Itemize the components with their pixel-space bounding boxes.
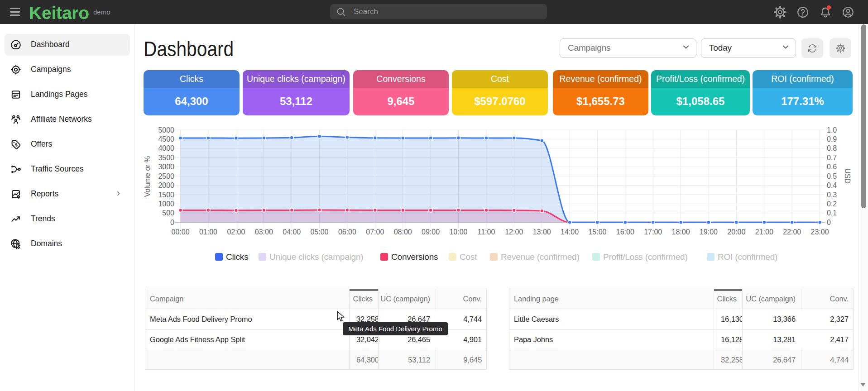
svg-text:09:00: 09:00 — [422, 228, 440, 236]
svg-text:18:00: 18:00 — [672, 228, 690, 236]
svg-text:07:00: 07:00 — [366, 228, 384, 236]
svg-text:0.2: 0.2 — [827, 200, 837, 208]
svg-text:11:00: 11:00 — [477, 228, 495, 236]
svg-text:1500: 1500 — [158, 191, 174, 199]
svg-text:3000: 3000 — [158, 163, 174, 171]
svg-text:14:00: 14:00 — [561, 228, 579, 236]
svg-text:08:00: 08:00 — [394, 228, 412, 236]
svg-text:3500: 3500 — [158, 154, 174, 162]
svg-text:2000: 2000 — [158, 181, 174, 189]
svg-text:0.6: 0.6 — [827, 163, 837, 171]
svg-text:22:00: 22:00 — [783, 228, 801, 236]
svg-text:01:00: 01:00 — [199, 228, 217, 236]
svg-text:Volume or %: Volume or % — [144, 156, 151, 197]
svg-text:0: 0 — [170, 219, 174, 226]
svg-text:06:00: 06:00 — [338, 228, 356, 236]
svg-text:4500: 4500 — [158, 135, 174, 143]
svg-text:0.7: 0.7 — [827, 154, 837, 162]
svg-text:12:00: 12:00 — [505, 228, 523, 236]
svg-text:5000: 5000 — [158, 126, 174, 134]
svg-text:4000: 4000 — [158, 144, 174, 152]
svg-text:13:00: 13:00 — [533, 228, 551, 236]
svg-text:15:00: 15:00 — [588, 228, 606, 236]
svg-text:00:00: 00:00 — [172, 228, 190, 236]
svg-text:03:00: 03:00 — [255, 228, 273, 236]
svg-text:1000: 1000 — [158, 200, 174, 208]
svg-text:0.5: 0.5 — [827, 172, 837, 180]
svg-text:16:00: 16:00 — [616, 228, 634, 236]
svg-text:02:00: 02:00 — [227, 228, 245, 236]
svg-text:04:00: 04:00 — [283, 228, 301, 236]
svg-text:0.1: 0.1 — [827, 209, 837, 217]
svg-text:0.9: 0.9 — [827, 135, 837, 143]
svg-text:0.8: 0.8 — [827, 144, 837, 152]
svg-text:0.3: 0.3 — [827, 191, 837, 199]
svg-text:0.4: 0.4 — [827, 181, 837, 189]
svg-text:21:00: 21:00 — [755, 228, 773, 236]
svg-text:USD: USD — [844, 168, 851, 184]
svg-text:2500: 2500 — [158, 172, 174, 180]
svg-text:23:00: 23:00 — [811, 228, 829, 236]
svg-text:17:00: 17:00 — [644, 228, 662, 236]
svg-text:05:00: 05:00 — [310, 228, 328, 236]
svg-text:1.0: 1.0 — [827, 126, 837, 134]
svg-text:20:00: 20:00 — [727, 228, 745, 236]
svg-text:500: 500 — [162, 209, 174, 217]
svg-text:0: 0 — [827, 219, 831, 226]
svg-text:10:00: 10:00 — [449, 228, 467, 236]
svg-text:19:00: 19:00 — [700, 228, 718, 236]
